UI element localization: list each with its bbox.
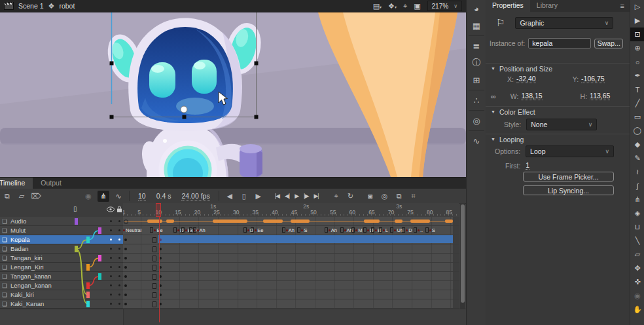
keyframe-dot[interactable] (124, 248, 127, 250)
keyframe-dot[interactable] (124, 239, 127, 241)
color-style-select[interactable]: None ∨ (526, 119, 597, 130)
frame-ruler[interactable]: 1s2s3s1510152025303540455055606570758085 (123, 203, 459, 218)
parent-view-icon[interactable]: ⋔ (98, 191, 109, 202)
clip-content-icon[interactable]: ▣ (414, 2, 420, 10)
layer-visibility-dot[interactable] (110, 284, 112, 286)
instance-name-field[interactable]: kepala (528, 38, 591, 48)
lip-syncing-button[interactable]: Lip Syncing... (523, 185, 614, 195)
play-icon[interactable]: ▶ (295, 193, 298, 199)
free-transform-tool[interactable]: ⊡ (630, 28, 644, 41)
use-frame-picker-button[interactable]: Use Frame Picker... (523, 172, 614, 182)
frame-row-tangan_kanan[interactable] (123, 272, 459, 281)
text-tool[interactable]: T (630, 83, 644, 96)
link-dimensions-icon[interactable]: ∞ (491, 92, 496, 100)
rectangle-tool[interactable]: ▭ (630, 110, 644, 124)
layer-parent-tab[interactable] (86, 237, 90, 243)
layer-lock-dot[interactable] (118, 284, 120, 286)
current-frame[interactable]: 10 (138, 192, 146, 201)
collapse-triangle-icon[interactable]: ▼ (491, 109, 495, 114)
classic-brush-tool[interactable]: ∫ (630, 179, 644, 193)
symbol-type-select[interactable]: Graphic ∨ (515, 17, 613, 29)
selection-tool[interactable]: ▷ (630, 0, 644, 14)
rotation-3d-tool[interactable]: ⊕ (630, 41, 644, 55)
frame-row-kepala[interactable] (123, 235, 459, 244)
panel-menu-icon[interactable]: ≡ (620, 2, 624, 10)
breadcrumb-symbol[interactable]: robot (59, 2, 75, 10)
eyedropper-tool[interactable]: ╲ (630, 234, 644, 248)
section-looping[interactable]: ▼ Looping (486, 134, 630, 144)
layer-lock-dot[interactable] (118, 303, 120, 305)
layer-visibility-dot[interactable] (110, 220, 112, 222)
motion-editor-icon[interactable]: ∿ (467, 132, 486, 149)
layer-lock-dot[interactable] (118, 257, 120, 259)
brush-library-icon[interactable]: ∴ (467, 92, 486, 109)
mouth-keyframe[interactable]: Ee (251, 227, 263, 233)
mouth-keyframe[interactable]: Neutral (123, 227, 141, 233)
pencil-tool[interactable]: ✎ (630, 151, 644, 165)
oval-tool[interactable]: ◯ (630, 124, 644, 138)
layer-lock-dot[interactable] (118, 294, 120, 296)
align-icon[interactable]: ≣ (467, 37, 486, 54)
line-tool[interactable]: ╱ (630, 96, 644, 110)
keyframe-dot[interactable] (124, 284, 127, 287)
modify-markers-icon[interactable]: ⌗ (408, 192, 419, 201)
layer-visibility-dot[interactable] (110, 257, 112, 259)
keyframe-dot[interactable] (124, 275, 127, 278)
x-value[interactable]: -32,40 (516, 75, 536, 83)
mouth-keyframe[interactable]: Ee (150, 227, 162, 233)
tab-library[interactable]: Library (530, 0, 564, 12)
center-frame-icon[interactable]: ⌖ (403, 2, 407, 10)
keyframe-dot[interactable] (124, 303, 127, 305)
lasso-tool[interactable]: ○ (630, 55, 644, 69)
go-first-frame-icon[interactable]: |◀ (275, 193, 279, 199)
next-keyframe-icon[interactable]: |▶ (304, 193, 308, 199)
frames-grid[interactable]: NeutralEeDEeFAhDEeAhSAhAhMDBLUhD..S (123, 217, 459, 309)
breadcrumb-scene[interactable]: Scene 1 (18, 2, 44, 10)
prev-keyframe-icon[interactable]: ◀| (285, 193, 289, 199)
ink-bottle-tool[interactable]: ⊔ (630, 220, 644, 234)
selected-frame-span[interactable] (158, 235, 453, 243)
transform-point[interactable] (181, 106, 187, 113)
mouth-keyframe[interactable]: Ah (325, 227, 337, 233)
layer-parent-tab[interactable] (86, 301, 90, 307)
camera-tool[interactable]: ◉ (630, 289, 644, 303)
swap-button[interactable]: Swap... (594, 39, 623, 48)
eye-icon[interactable] (107, 206, 115, 212)
onion-outline-icon[interactable]: ◎ (380, 192, 390, 201)
layer-parent-tab[interactable] (98, 227, 101, 234)
collapse-triangle-icon[interactable]: ▼ (491, 137, 495, 142)
frame-row-kaki_kiri[interactable] (123, 290, 459, 299)
camera-icon[interactable]: ◉ (83, 192, 94, 201)
bone-tool[interactable]: ⋔ (630, 193, 644, 206)
frame-row-badan[interactable] (123, 244, 459, 254)
loop-playback-icon[interactable]: ↻ (346, 192, 356, 201)
step-back-icon[interactable]: ◀ (224, 192, 235, 201)
edit-symbol-icon[interactable]: ❖▾ (388, 2, 397, 10)
timeline-scrollbar[interactable] (460, 203, 465, 309)
layer-lock-dot[interactable] (118, 220, 120, 222)
subselection-tool[interactable]: ▶ (630, 14, 644, 28)
layer-lock-dot[interactable] (118, 239, 120, 240)
new-layer-icon[interactable]: ⧉ (2, 192, 12, 201)
layer-lock-dot[interactable] (118, 266, 120, 268)
paint-bucket-tool[interactable]: ◈ (630, 206, 644, 220)
marker-icon[interactable]: ▯ (239, 192, 249, 201)
timeline-tab-output[interactable]: Output (33, 178, 69, 189)
step-forward-icon[interactable]: ▶ (253, 192, 264, 201)
collapse-triangle-icon[interactable]: ▼ (491, 66, 495, 71)
eraser-tool[interactable]: ▱ (630, 248, 644, 261)
go-last-frame-icon[interactable]: ▶| (313, 193, 318, 199)
playhead-marker[interactable] (156, 203, 161, 217)
layer-visibility-dot[interactable] (110, 294, 112, 296)
edit-scene-icon[interactable]: ▤▾ (373, 2, 382, 10)
layer-parent-tab[interactable] (86, 282, 90, 289)
center-playhead-icon[interactable]: ⌖ (331, 192, 342, 201)
onion-skin-icon[interactable]: ◙ (365, 192, 376, 200)
layer-parent-tab[interactable] (86, 264, 90, 271)
keyframe-dot[interactable] (124, 257, 127, 259)
first-frame-value[interactable]: 1 (526, 161, 529, 170)
transform-icon[interactable]: ⊞ (467, 71, 486, 88)
layer-lock-dot[interactable] (118, 275, 120, 277)
keyframe-dot[interactable] (124, 294, 127, 296)
layer-parent-tab[interactable] (98, 273, 101, 280)
